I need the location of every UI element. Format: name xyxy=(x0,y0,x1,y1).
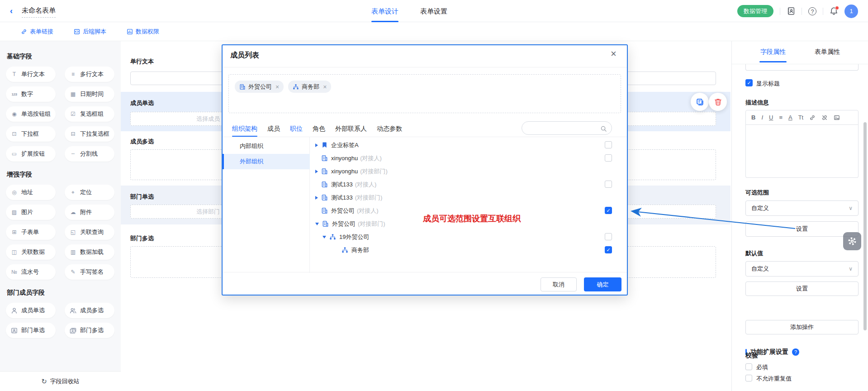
field-item-number[interactable]: 123数字 xyxy=(6,86,56,102)
add-action-button[interactable]: 添加操作 xyxy=(745,320,859,334)
field-recycle-bin[interactable]: ↻ 字段回收站 xyxy=(0,371,121,391)
bold-icon[interactable]: B xyxy=(751,114,755,121)
tree-checkbox-19-foreign-trade[interactable] xyxy=(605,233,612,240)
tree-checkbox-enterprise-tag-a[interactable] xyxy=(605,141,612,148)
range-set-button[interactable]: 设置 xyxy=(745,221,859,237)
field-item-attachment[interactable]: ☁附件 xyxy=(65,205,114,220)
back-icon[interactable]: ‹ xyxy=(10,6,13,16)
description-textarea[interactable] xyxy=(745,124,859,178)
data-permission-button[interactable]: 数据权限 xyxy=(127,28,159,36)
field-item-signature[interactable]: ✎手写签名 xyxy=(65,264,114,280)
tab-form-properties[interactable]: 表单属性 xyxy=(815,41,840,62)
settings-fab[interactable] xyxy=(843,232,861,250)
field-item-datetime[interactable]: ▦日期时间 xyxy=(65,86,114,102)
tab-roles[interactable]: 角色 xyxy=(313,122,325,136)
notification-bell-icon[interactable] xyxy=(830,7,838,15)
tree-row-19-foreign-trade[interactable]: 19外贸公司 xyxy=(315,230,371,243)
required-checkbox[interactable] xyxy=(745,363,752,370)
tree-checkbox-business-dept[interactable] xyxy=(605,246,612,253)
cancel-button[interactable]: 取消 xyxy=(541,277,577,291)
field-item-radio-group[interactable]: ◉单选按钮组 xyxy=(6,106,56,122)
help-icon[interactable]: ? xyxy=(808,7,816,15)
field-item-relation-data[interactable]: ◫关联数据 xyxy=(6,244,56,260)
link-icon[interactable] xyxy=(809,114,816,121)
backend-script-button[interactable]: 后端脚本 xyxy=(74,28,106,36)
chip-foreign-trade-company[interactable]: 外贸公司 × xyxy=(235,81,284,93)
expand-down-icon[interactable] xyxy=(315,223,319,225)
form-link-button[interactable]: 表单链接 xyxy=(21,28,53,36)
address-book-icon[interactable] xyxy=(787,7,795,15)
expand-down-icon[interactable] xyxy=(323,236,326,238)
tree-checkbox-xinyonghu-contact[interactable] xyxy=(605,154,612,162)
expand-right-icon[interactable] xyxy=(315,143,318,147)
delete-field-button[interactable] xyxy=(709,93,727,111)
tree-row-enterprise-tag-a[interactable]: 企业标签A xyxy=(315,138,361,152)
field-item-multi-select[interactable]: ⊟下拉复选框 xyxy=(65,126,114,142)
confirm-button[interactable]: 确定 xyxy=(584,277,621,291)
default-value-select[interactable]: 自定义∨ xyxy=(745,261,859,277)
tab-org-structure[interactable]: 组织架构 xyxy=(232,122,257,136)
field-item-checkbox-group[interactable]: ☑复选框组 xyxy=(65,106,114,122)
field-item-divider[interactable]: ╌分割线 xyxy=(65,146,114,162)
close-icon[interactable]: × xyxy=(611,49,617,59)
selectable-range-select[interactable]: 自定义∨ xyxy=(745,200,859,216)
field-item-select[interactable]: ⊡下拉框 xyxy=(6,126,56,142)
underline-icon[interactable]: U xyxy=(769,114,773,121)
tree-checkbox-test133-contact[interactable] xyxy=(605,181,612,188)
tab-dynamic-params[interactable]: 动态参数 xyxy=(377,122,402,136)
tab-form-design[interactable]: 表单设计 xyxy=(371,0,398,22)
italic-icon[interactable]: I xyxy=(761,114,763,121)
data-manage-button[interactable]: 数据管理 xyxy=(737,5,773,17)
tree-row-test133-contact[interactable]: 测试133(对接人) xyxy=(315,178,376,191)
field-item-location[interactable]: ⌖定位 xyxy=(65,185,114,200)
no-duplicate-checkbox[interactable] xyxy=(745,375,752,381)
font-size-icon[interactable]: Tt xyxy=(798,114,804,121)
expand-right-icon[interactable] xyxy=(315,196,318,200)
chip-business-dept[interactable]: 商务部 × xyxy=(288,81,331,93)
field-item-member-single[interactable]: 成员单选 xyxy=(6,303,56,318)
nav-internal-org[interactable]: 内部组织 xyxy=(223,138,310,154)
unlink-icon[interactable] xyxy=(821,114,828,121)
field-item-image[interactable]: ▨图片 xyxy=(6,205,56,220)
font-color-icon[interactable]: A xyxy=(788,114,792,121)
extension-help-icon[interactable]: ? xyxy=(792,348,799,356)
tree-row-foreign-trade-contact[interactable]: 外贸公司(对接人) xyxy=(315,204,379,217)
tab-form-settings[interactable]: 表单设置 xyxy=(420,0,447,22)
field-item-data-load[interactable]: ▥数据加载 xyxy=(65,244,114,260)
search-input[interactable] xyxy=(528,123,598,134)
align-icon[interactable]: ≡ xyxy=(779,114,783,121)
field-item-subform[interactable]: ⊞子表单 xyxy=(6,224,56,240)
field-item-multi-line-text[interactable]: ≡多行文本 xyxy=(65,67,114,82)
show-title-checkbox[interactable] xyxy=(745,79,753,86)
field-item-extend-button[interactable]: ▭扩展按钮 xyxy=(6,146,56,162)
chip-remove-icon[interactable]: × xyxy=(275,83,279,91)
nav-external-org[interactable]: 外部组织 xyxy=(223,154,310,169)
tab-members[interactable]: 成员 xyxy=(267,122,280,136)
tab-field-properties[interactable]: 字段属性 xyxy=(760,41,786,62)
insert-image-icon[interactable] xyxy=(834,114,840,121)
panel-scrollbar[interactable] xyxy=(863,122,867,330)
field-title-input-partial[interactable] xyxy=(745,64,859,71)
tree-row-test133-dept[interactable]: 测试133(对接部门) xyxy=(315,191,382,204)
form-title[interactable]: 未命名表单 xyxy=(22,6,56,18)
tree-row-xinyonghu-contact[interactable]: xinyonghu(对接人) xyxy=(315,152,382,165)
avatar[interactable]: 1 xyxy=(844,5,858,18)
tab-positions[interactable]: 职位 xyxy=(290,122,303,136)
expand-right-icon[interactable] xyxy=(315,170,318,173)
field-item-serial-number[interactable]: №流水号 xyxy=(6,264,56,280)
field-item-address[interactable]: ◎地址 xyxy=(6,185,56,200)
field-item-dept-single[interactable]: 部门单选 xyxy=(6,323,56,338)
tree-checkbox-foreign-trade-contact[interactable] xyxy=(605,207,612,214)
tree-row-xinyonghu-dept[interactable]: xinyonghu(对接部门) xyxy=(315,165,388,178)
chip-remove-icon[interactable]: × xyxy=(323,83,327,91)
tree-row-business-dept[interactable]: 商务部 xyxy=(315,243,371,257)
field-item-relation-query[interactable]: ◱关联查询 xyxy=(65,224,114,240)
field-item-member-multi[interactable]: 成员多选 xyxy=(65,303,114,318)
field-item-single-line-text[interactable]: T单行文本 xyxy=(6,67,56,82)
tree-row-foreign-trade-dept[interactable]: 外贸公司(对接部门) xyxy=(315,217,385,230)
search-icon[interactable] xyxy=(600,125,607,132)
field-item-dept-multi[interactable]: 部门多选 xyxy=(65,323,114,338)
copy-field-button[interactable] xyxy=(691,93,709,111)
tab-external-contacts[interactable]: 外部联系人 xyxy=(335,122,367,136)
default-set-button[interactable]: 设置 xyxy=(745,281,859,296)
